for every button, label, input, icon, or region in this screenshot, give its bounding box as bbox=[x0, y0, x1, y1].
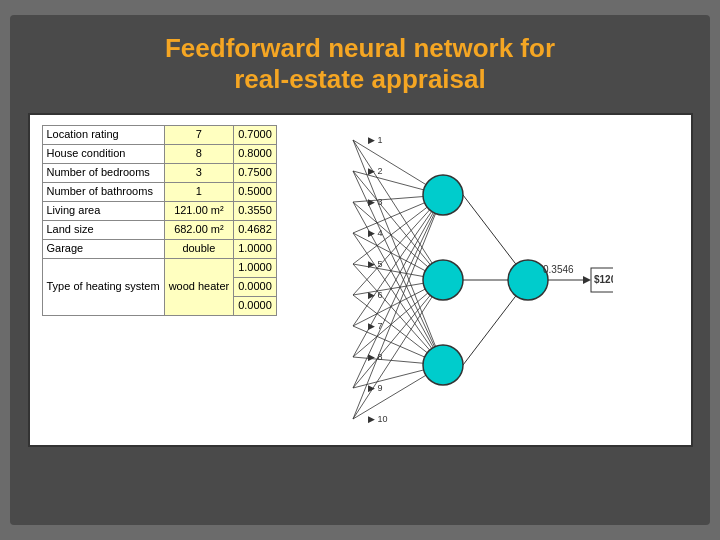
row-weight: 0.4682 bbox=[234, 221, 277, 240]
svg-text:▶ 8: ▶ 8 bbox=[368, 352, 383, 362]
svg-text:▶ 10: ▶ 10 bbox=[368, 414, 388, 424]
row-value: double bbox=[164, 240, 234, 259]
heating-row: Type of heating system wood heater 1.000… bbox=[42, 258, 276, 277]
diagram-container: Location rating 7 0.7000 House condition… bbox=[28, 113, 693, 447]
svg-point-36 bbox=[508, 260, 548, 300]
table-row: Number of bedrooms 3 0.7500 bbox=[42, 164, 276, 183]
svg-marker-38 bbox=[583, 276, 591, 284]
row-value: 1 bbox=[164, 183, 234, 202]
table-row: Number of bathrooms 1 0.5000 bbox=[42, 183, 276, 202]
row-value: 8 bbox=[164, 145, 234, 164]
heating-weight: 0.0000 bbox=[234, 277, 277, 296]
row-value: 682.00 m² bbox=[164, 221, 234, 240]
svg-text:▶ 6: ▶ 6 bbox=[368, 290, 383, 300]
svg-point-35 bbox=[423, 345, 463, 385]
table-row: Land size 682.00 m² 0.4682 bbox=[42, 221, 276, 240]
row-label: House condition bbox=[42, 145, 164, 164]
svg-text:▶ 7: ▶ 7 bbox=[368, 321, 383, 331]
table-row: Garage double 1.0000 bbox=[42, 240, 276, 259]
svg-text:▶ 5: ▶ 5 bbox=[368, 259, 383, 269]
heating-label: Type of heating system bbox=[42, 258, 164, 315]
row-weight: 0.7500 bbox=[234, 164, 277, 183]
svg-point-33 bbox=[423, 175, 463, 215]
row-weight: 1.0000 bbox=[234, 240, 277, 259]
svg-text:▶ 9: ▶ 9 bbox=[368, 383, 383, 393]
row-label: Land size bbox=[42, 221, 164, 240]
heating-weight: 0.0000 bbox=[234, 296, 277, 315]
slide-title: Feedforward neural network for real-esta… bbox=[165, 33, 555, 95]
table-row: Living area 121.00 m² 0.3550 bbox=[42, 202, 276, 221]
input-table-section: Location rating 7 0.7000 House condition… bbox=[42, 125, 277, 435]
row-label: Number of bedrooms bbox=[42, 164, 164, 183]
input-table: Location rating 7 0.7000 House condition… bbox=[42, 125, 277, 315]
row-weight: 0.7000 bbox=[234, 126, 277, 145]
svg-text:▶ 1: ▶ 1 bbox=[368, 135, 383, 145]
row-label: Living area bbox=[42, 202, 164, 221]
row-value: 3 bbox=[164, 164, 234, 183]
output-value-label: $120,920 bbox=[594, 274, 613, 285]
row-weight: 0.5000 bbox=[234, 183, 277, 202]
network-diagram: 0.3546 $120,920 ▶ 1 ▶ 2 ▶ 3 ▶ 4 ▶ 5 ▶ 6 … bbox=[277, 125, 679, 435]
heating-weight: 1.0000 bbox=[234, 258, 277, 277]
row-value: 7 bbox=[164, 126, 234, 145]
svg-text:▶ 3: ▶ 3 bbox=[368, 197, 383, 207]
row-label: Garage bbox=[42, 240, 164, 259]
output-weight-label: 0.3546 bbox=[543, 264, 574, 275]
row-weight: 0.8000 bbox=[234, 145, 277, 164]
svg-text:▶ 2: ▶ 2 bbox=[368, 166, 383, 176]
svg-point-34 bbox=[423, 260, 463, 300]
network-svg: 0.3546 $120,920 ▶ 1 ▶ 2 ▶ 3 ▶ 4 ▶ 5 ▶ 6 … bbox=[343, 125, 613, 435]
heating-value: wood heater bbox=[164, 258, 234, 315]
row-label: Location rating bbox=[42, 126, 164, 145]
slide: Feedforward neural network for real-esta… bbox=[10, 15, 710, 525]
table-row: House condition 8 0.8000 bbox=[42, 145, 276, 164]
row-value: 121.00 m² bbox=[164, 202, 234, 221]
table-row: Location rating 7 0.7000 bbox=[42, 126, 276, 145]
row-weight: 0.3550 bbox=[234, 202, 277, 221]
svg-text:▶ 4: ▶ 4 bbox=[368, 228, 383, 238]
row-label: Number of bathrooms bbox=[42, 183, 164, 202]
